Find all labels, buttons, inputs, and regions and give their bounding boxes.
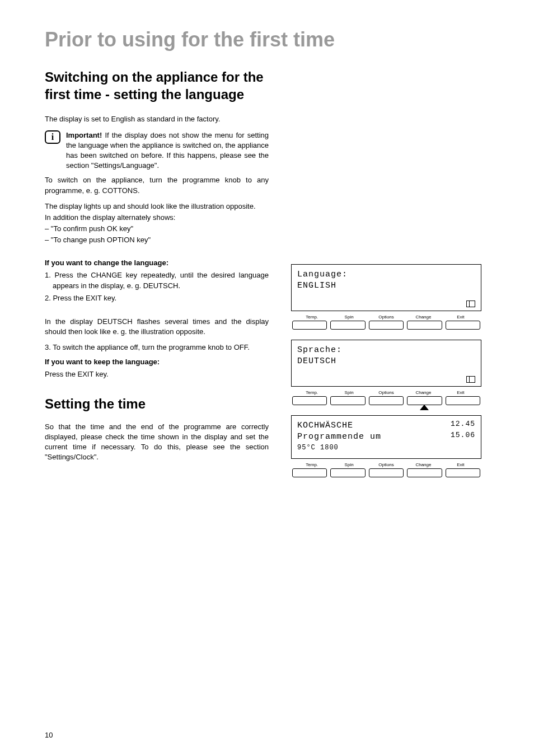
- display-panel-3: KOCHWÄSCHE Programmende um 95°C 1800 12.…: [291, 415, 481, 477]
- lcd1-line2: ENGLISH: [297, 280, 475, 292]
- exit-button[interactable]: [446, 321, 480, 330]
- change-button[interactable]: [407, 396, 442, 405]
- important-text: Important! If the display does not show …: [66, 130, 269, 171]
- spin-button[interactable]: [330, 468, 365, 477]
- lcd2-line1: Sprache:: [297, 345, 475, 356]
- page-title: Prior to using for the first time: [45, 28, 500, 51]
- flag-icon: [466, 376, 475, 383]
- label-temp: Temp.: [293, 314, 330, 320]
- spin-button[interactable]: [330, 321, 365, 330]
- para-deutsch-flashes: In the display DEUTSCH flashes several t…: [45, 317, 269, 337]
- label-exit: Exit: [442, 390, 479, 395]
- button-labels-2: Temp. Spin Options Change Exit: [291, 390, 481, 395]
- para-press-exit: Press the EXIT key.: [45, 369, 269, 379]
- exit-button[interactable]: [446, 468, 480, 477]
- label-temp: Temp.: [293, 462, 330, 467]
- label-exit: Exit: [442, 314, 479, 320]
- lcd3-line1: KOCHWÄSCHE: [297, 420, 475, 431]
- lcd3-time1: 12.45: [451, 419, 475, 429]
- important-block: Important! If the display does not show …: [45, 130, 269, 171]
- change-language-heading: If you want to change the language:: [45, 259, 269, 267]
- display-panel-1: Language: ENGLISH Temp. Spin Options Cha…: [291, 264, 481, 330]
- important-label: Important!: [66, 131, 102, 139]
- label-change: Change: [405, 314, 442, 320]
- content-wrapper: Switching on the appliance for the first…: [45, 68, 500, 487]
- exit-button[interactable]: [446, 396, 480, 405]
- step-1: 1. Press the CHANGE key repeatedly, unti…: [45, 270, 269, 290]
- options-button[interactable]: [369, 468, 404, 477]
- display-panel-2: Sprache: DEUTSCH Temp. Spin Options Chan…: [291, 340, 481, 405]
- info-icon: [45, 130, 60, 144]
- lcd3-line3: 95°C 1800: [297, 443, 475, 452]
- lcd3-line2: Programmende um: [297, 431, 475, 443]
- para-switch-on: To switch on the appliance, turn the pro…: [45, 175, 269, 195]
- label-options: Options: [368, 462, 405, 467]
- label-exit: Exit: [442, 462, 479, 467]
- para-alternately: In addition the display alternately show…: [45, 213, 269, 223]
- flag-icon: [466, 300, 475, 307]
- lcd-screen-2: Sprache: DEUTSCH: [291, 340, 481, 387]
- lcd1-line1: Language:: [297, 269, 475, 280]
- spin-button[interactable]: [330, 396, 365, 405]
- options-button[interactable]: [369, 321, 404, 330]
- step-2: 2. Press the EXIT key.: [45, 293, 269, 303]
- options-button[interactable]: [369, 396, 404, 405]
- left-column: Switching on the appliance for the first…: [45, 68, 269, 487]
- section1-heading: Switching on the appliance for the first…: [45, 68, 269, 103]
- temp-button[interactable]: [292, 468, 327, 477]
- label-change: Change: [405, 462, 442, 467]
- temp-button[interactable]: [292, 321, 327, 330]
- button-row-3: [291, 468, 481, 477]
- para-display-lights: The display lights up and should look li…: [45, 201, 269, 212]
- label-spin: Spin: [330, 462, 367, 467]
- change-button[interactable]: [407, 468, 442, 477]
- section2-heading: Setting the time: [45, 396, 269, 412]
- lcd2-line2: DEUTSCH: [297, 356, 475, 367]
- section2-para: So that the time and the end of the prog…: [45, 422, 269, 463]
- page-number: 10: [45, 731, 53, 739]
- step-3: 3. To switch the appliance off, turn the…: [45, 342, 269, 353]
- button-labels-1: Temp. Spin Options Change Exit: [291, 314, 481, 320]
- label-temp: Temp.: [293, 390, 330, 395]
- label-spin: Spin: [330, 390, 367, 395]
- button-labels-3: Temp. Spin Options Change Exit: [291, 462, 481, 467]
- change-button[interactable]: [407, 321, 442, 330]
- label-change: Change: [405, 390, 442, 395]
- label-options: Options: [368, 390, 405, 395]
- lcd-screen-1: Language: ENGLISH: [291, 264, 481, 311]
- temp-button[interactable]: [292, 396, 327, 405]
- right-column: Language: ENGLISH Temp. Spin Options Cha…: [291, 68, 481, 487]
- keep-language-heading: If you want to keep the language:: [45, 358, 269, 366]
- button-row-2: [291, 396, 481, 405]
- bullet-change: – "To change push OPTION key": [45, 235, 269, 245]
- intro-text: The display is set to English as standar…: [45, 114, 269, 124]
- button-row-1: [291, 321, 481, 330]
- label-spin: Spin: [330, 314, 367, 320]
- lcd-screen-3: KOCHWÄSCHE Programmende um 95°C 1800 12.…: [291, 415, 481, 459]
- bullet-confirm: – "To confirm push OK key": [45, 224, 269, 234]
- label-options: Options: [368, 314, 405, 320]
- lcd3-time2: 15.06: [451, 430, 475, 440]
